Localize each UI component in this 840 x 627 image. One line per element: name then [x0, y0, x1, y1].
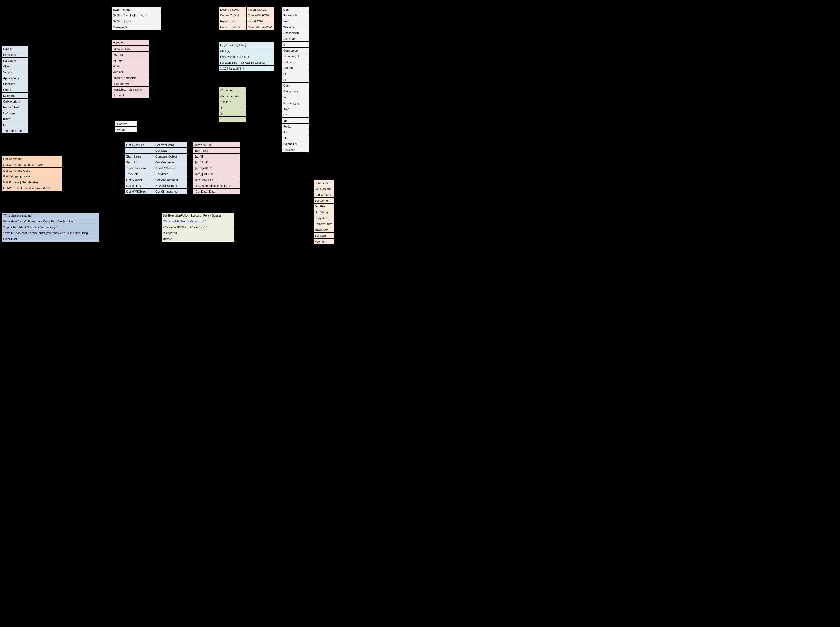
cell-value: Line continue — [246, 117, 274, 123]
cell-key: ."\\c-is-ts-91\c$\scripts\script.ps1" — [162, 218, 235, 224]
cell: Out-String — [314, 210, 334, 215]
cell: ConvertFrom-CSV — [247, 24, 274, 30]
cell: Export-CliXML — [219, 7, 247, 13]
cell-key: &"\\c-is-ts-91\c$\scripts\script.ps1" — [162, 224, 235, 230]
cell-key: Ft — [282, 71, 309, 77]
cell-value: Get help for command — [62, 173, 128, 179]
cell-key: `n — [219, 111, 246, 117]
cell-value: Assign multiple variables — [161, 13, 206, 18]
cell: Export-CSV — [219, 18, 247, 24]
cell-value: Get all commands — [62, 156, 128, 162]
cell-key: $pwd = Read-host "Please enter your pass… — [2, 230, 100, 236]
cell-value: Sixth array element — [240, 154, 275, 159]
cell-key: -like,-notlike — [112, 81, 149, 87]
cell-key: .\Script.ps1 — [162, 230, 235, 236]
cell-value: Less than, less than or equal — [149, 63, 206, 69]
cell-value: Comment — [246, 87, 274, 93]
cell-key: -replace — [112, 69, 149, 75]
cell-value: Set-ItemProperty — [309, 118, 342, 124]
cell-value: Tab — [246, 105, 274, 111]
cell: 1..10 | foreach{$_} — [219, 66, 274, 71]
cell-key: <#comment#> — [219, 93, 246, 99]
cell-value: Navigate a word at a time — [28, 99, 103, 104]
cell: Get-ADUser — [125, 177, 154, 183]
cell-key: Ctrl+left/right — [2, 99, 28, 104]
cell-value: Foreach-Object — [309, 13, 342, 18]
cell-key: $var = "string" — [112, 7, 161, 13]
cell-key: $a,$b = 0 or $a,$b = 'a','b' — [112, 13, 161, 18]
cell-value: Rename-Item — [309, 65, 342, 71]
cell-value: Move to start / end of line — [28, 104, 103, 110]
comments-table: #CommentComment<#comment#>Multiline Comm… — [218, 87, 275, 123]
cmdlets-rows: Get-EventLogGet-WinEventGet-DateStart-Sl… — [125, 142, 188, 194]
cell-value: "Hi" -replace "H", "P" — [149, 69, 206, 75]
cell-value: Get-ChildItem — [309, 36, 342, 42]
cell-key: Clear-Host — [2, 236, 100, 242]
cell: Set-Content — [314, 198, 334, 203]
cell-value: Commands written in PowerShell language — [28, 52, 103, 58]
cell-key: Rni,ren — [282, 65, 309, 71]
cell-value: Get-ItemProperty — [309, 112, 342, 118]
cell-value: Toggles between insert/overwrite mode — [28, 116, 103, 122]
cell-key: Tab / Shift-Tab — [2, 128, 28, 134]
cell-key: -gt, -ge — [112, 57, 149, 63]
cell-key: Gi — [282, 42, 309, 47]
comments-rows: #CommentComment<#comment#>Multiline Comm… — [219, 87, 274, 123]
cell-value: Get-Command — [309, 7, 342, 13]
cell-key: Sort — [282, 18, 309, 24]
cell-key: $arr[-3..-1] — [194, 159, 240, 165]
cell-key: -and,-or,-not,! — [112, 46, 149, 52]
cell-key: Insert — [2, 116, 28, 122]
cell-value: Navigate editing cursor — [28, 93, 103, 99]
cell-key: Gm — [282, 129, 309, 135]
cell-key: (Get-Date).Date — [194, 189, 240, 194]
cell: New-Item — [314, 239, 334, 244]
cell-key: Applications — [2, 75, 28, 81]
cell-value: Get all commands starting with get-p — [62, 168, 128, 173]
cell-key: Move,mv,mi — [282, 54, 309, 59]
cell-value: Greater than, greater than or equal — [149, 57, 206, 63]
cell: Set-Item — [314, 233, 334, 239]
cell-key: Del,rm — [282, 59, 309, 65]
cell-value: Set-Content — [309, 94, 342, 100]
cell-value: Remove-Item — [309, 59, 342, 65]
import-table: Export-CliXMLImport-CliXMLConvertTo-XMLC… — [218, 6, 275, 30]
cell: Get-CimInstance — [154, 189, 188, 194]
cell-value: Check if value in array — [149, 87, 206, 93]
cell-value: Read in $pwd as secure string — [100, 230, 158, 236]
cell: Start-Job — [125, 159, 154, 165]
cell-key: Left/right — [2, 93, 28, 99]
cell-value: Multiline Comment — [246, 93, 274, 99]
cell-key: "`"test`"" — [219, 99, 246, 105]
cell: Get-Content — [314, 186, 334, 192]
cell-value: Get-History — [309, 100, 342, 106]
cell: Move-Item — [314, 227, 334, 233]
cell-value: Escape char ` — [246, 99, 274, 105]
cell: New-ISESnippet — [154, 183, 188, 189]
cell-value: Format-List — [309, 77, 342, 83]
cell-value: Assign variable — [161, 7, 206, 13]
cell-value: Set execution policy to allow all script… — [235, 213, 299, 218]
cell-key: Parameter — [2, 58, 28, 63]
cell: Test-Path — [125, 171, 154, 177]
import-rows: Export-CliXMLImport-CliXMLConvertTo-XMLC… — [219, 6, 274, 30]
cell-key: [pscustomobject]@{x=1;z=2} — [194, 183, 240, 189]
cell-value: Get-Location — [309, 124, 342, 129]
cell-value: Command line completion — [28, 128, 103, 134]
cell-key: Sp — [282, 118, 309, 124]
cell-value: Run Script.ps1 script in script scope — [235, 230, 299, 236]
cell: Import-CliXML — [247, 7, 274, 13]
cell-key: Sc — [282, 94, 309, 100]
cell-value: Select-String — [309, 135, 342, 141]
cell-value: Shortcut for a Cmdlet or Function — [28, 63, 103, 69]
scripts-table: Set-ExecutionPolicy -ExecutionPolicy Byp… — [161, 212, 299, 242]
cell-value: Set-Location — [309, 141, 342, 147]
cell-value: Last three array elements — [240, 159, 275, 165]
cell-key: Alias — [2, 63, 28, 69]
cell-value: Clear-Host — [309, 147, 342, 153]
cell-key: Write-Host "color" -ForegroundColor Red … — [2, 218, 100, 224]
cell-key: $age = Read-host "Please enter your age" — [2, 224, 100, 230]
cell: ConvertTo-CSV — [219, 24, 247, 30]
cell-value: Array of strings — [240, 142, 275, 148]
cell: Get-WMIObject — [125, 189, 154, 194]
